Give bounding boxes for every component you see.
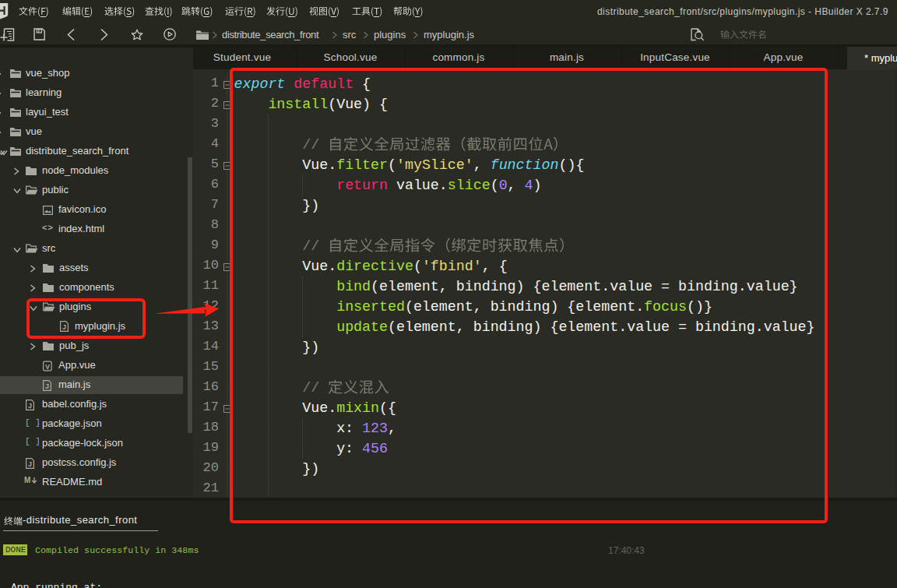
- svg-text:J: J: [28, 460, 32, 468]
- svg-text:J: J: [28, 402, 32, 410]
- svg-text:V: V: [45, 363, 50, 371]
- svg-text:J: J: [45, 382, 49, 390]
